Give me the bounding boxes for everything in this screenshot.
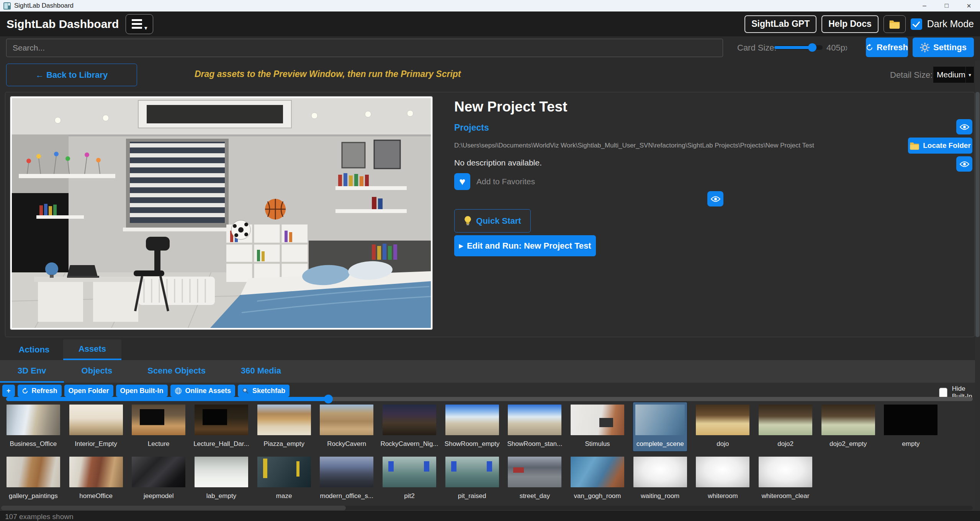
asset-card[interactable]: gallery_paintings [4,454,62,503]
toggle-visibility-top-button[interactable] [956,119,972,134]
asset-card[interactable]: Stimulus [568,402,627,451]
asset-thumbnail[interactable] [257,405,311,435]
detail-size-select[interactable]: Medium ▾ [933,67,974,83]
help-docs-button[interactable]: Help Docs [821,15,878,33]
asset-thumbnail[interactable] [195,405,248,435]
asset-thumbnail[interactable] [69,405,123,435]
quick-start-button[interactable]: Quick Start [454,209,531,233]
asset-thumbnail[interactable] [383,405,436,435]
refresh-button[interactable]: Refresh [866,38,908,57]
asset-thumbnail[interactable] [508,405,561,435]
asset-thumbnail[interactable] [195,457,248,487]
asset-card[interactable]: van_gogh_room [568,454,627,503]
asset-thumbnail[interactable] [635,405,685,435]
asset-card[interactable]: waiting_room [631,454,689,503]
back-to-library-button[interactable]: ← Back to Library [6,64,137,86]
asset-thumbnail[interactable] [7,405,60,435]
asset-card[interactable]: lab_empty [192,454,250,503]
asset-thumbnail[interactable] [759,405,812,435]
asset-card[interactable]: Business_Office [4,402,62,451]
asset-card[interactable]: complete_scene [633,402,687,451]
open-folder-header-button[interactable] [883,15,906,33]
dark-mode-checkbox[interactable] [911,18,922,30]
tab-3d-env[interactable]: 3D Env [0,360,64,383]
tab-scene-objects[interactable]: Scene Objects [130,360,223,383]
asset-card[interactable]: empty [882,402,940,451]
maximize-button[interactable]: □ [936,0,958,11]
globe-icon [175,387,182,395]
asset-card[interactable]: ShowRoom_empty [442,402,502,451]
asset-thumbnail[interactable] [257,457,311,487]
asset-thumbnail[interactable] [445,405,499,435]
online-assets-button[interactable]: Online Assets [170,385,235,397]
asset-thumbnail[interactable] [633,457,687,487]
main-menu-button[interactable]: ▾ [126,14,153,34]
card-size-slider-thumb[interactable] [808,43,816,52]
asset-card[interactable]: Lecture [129,402,188,451]
vertical-scrollbar[interactable] [975,61,980,511]
asset-card[interactable]: jeepmodel [129,454,188,503]
asset-card[interactable]: Lecture_Hall_Dar... [191,402,252,451]
asset-thumbnail[interactable] [69,457,123,487]
asset-card[interactable]: dojo2_empty [819,402,877,451]
add-asset-button[interactable]: + [2,385,15,397]
locate-folder-button[interactable]: Locate Folder [908,138,972,154]
asset-card[interactable]: RockyCavern [317,402,376,451]
horizontal-scrollbar-thumb[interactable] [1,506,346,510]
tab-assets[interactable]: Assets [63,339,121,360]
asset-card[interactable]: Piazza_empty [255,402,313,451]
asset-scroll-slider[interactable] [6,397,973,401]
horizontal-scrollbar[interactable] [1,506,973,510]
hide-built-in-checkbox[interactable] [939,388,947,398]
asset-thumbnail[interactable] [696,457,749,487]
asset-thumbnail[interactable] [759,457,812,487]
preview-window[interactable] [10,96,433,330]
vertical-scrollbar-thumb[interactable] [975,92,980,337]
asset-card[interactable]: whiteroom [694,454,752,503]
tab-360-media[interactable]: 360 Media [223,360,299,383]
asset-card[interactable]: homeOffice [67,454,125,503]
asset-card[interactable]: pit_raised [443,454,501,503]
tab-actions[interactable]: Actions [5,339,63,360]
asset-thumbnail[interactable] [508,457,561,487]
asset-thumbnail[interactable] [884,405,937,435]
asset-card[interactable]: pit2 [380,454,438,503]
asset-card[interactable]: dojo [694,402,752,451]
minimize-button[interactable]: – [913,0,936,11]
settings-button[interactable]: Settings [913,38,974,57]
sightlab-gpt-button[interactable]: SightLab GPT [744,15,816,33]
asset-thumbnail[interactable] [571,457,624,487]
asset-card[interactable]: RockyCavern_Nig... [378,402,440,451]
tab-objects[interactable]: Objects [64,360,130,383]
asset-thumbnail[interactable] [132,457,185,487]
close-button[interactable]: × [958,0,980,11]
asset-thumbnail[interactable] [7,457,60,487]
asset-card[interactable]: ShowRoom_stan... [505,402,565,451]
preview-eye-button[interactable] [707,191,723,206]
asset-thumbnail[interactable] [320,457,373,487]
card-size-slider[interactable] [774,45,823,50]
asset-refresh-button[interactable]: Refresh [18,385,62,397]
sketchfab-button[interactable]: Sketchfab [238,385,290,397]
toggle-visibility-bottom-button[interactable] [956,156,972,172]
asset-thumbnail[interactable] [571,405,624,435]
project-category-link[interactable]: Projects [454,123,489,133]
asset-card[interactable]: modern_office_s... [317,454,376,503]
asset-card[interactable]: maze [255,454,313,503]
asset-card[interactable]: Interior_Empty [67,402,125,451]
asset-thumbnail[interactable] [821,405,875,435]
asset-thumbnail[interactable] [445,457,499,487]
asset-label: ShowRoom_stan... [507,440,563,448]
open-folder-button[interactable]: Open Folder [64,385,113,397]
asset-thumbnail[interactable] [383,457,436,487]
asset-thumbnail[interactable] [696,405,749,435]
edit-and-run-button[interactable]: ▶ Edit and Run: New Project Test [454,235,596,256]
add-to-favorites-button[interactable]: ♥ [454,173,470,190]
open-built-in-button[interactable]: Open Built-In [116,385,168,397]
asset-card[interactable]: street_day [506,454,564,503]
asset-card[interactable]: whiteroom_clear [756,454,815,503]
search-input[interactable] [6,39,723,57]
asset-thumbnail[interactable] [132,405,185,435]
asset-thumbnail[interactable] [320,405,373,435]
asset-card[interactable]: dojo2 [756,402,815,451]
